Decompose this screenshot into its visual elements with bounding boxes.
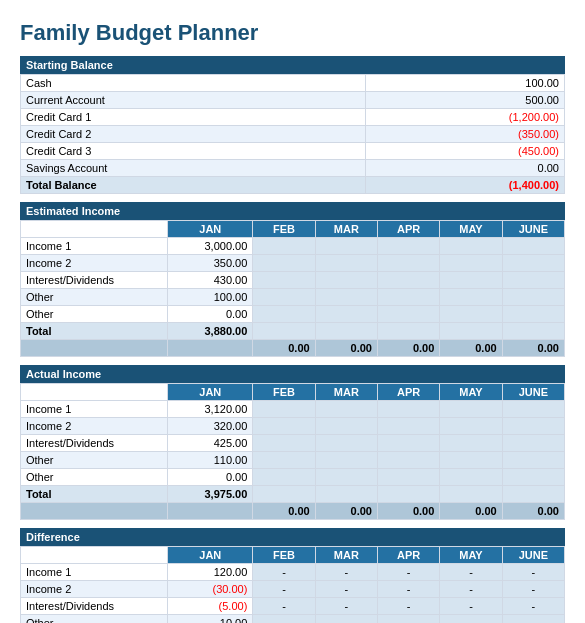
month-cell: [253, 238, 315, 255]
month-header: MAR: [315, 547, 377, 564]
month-cell: [253, 272, 315, 289]
month-cell: [502, 238, 564, 255]
actual-income-header: Actual Income: [20, 365, 565, 383]
total-month-cell: [502, 486, 564, 503]
row-jan: 110.00: [168, 452, 253, 469]
estimated-income-table: JANFEBMARAPRMAYJUNE Income 1 3,000.00Inc…: [20, 220, 565, 357]
month-header: MAR: [315, 384, 377, 401]
table-row: Current Account 500.00: [21, 92, 565, 109]
total-jan: 3,880.00: [168, 323, 253, 340]
month-cell: [502, 289, 564, 306]
table-row: Interest/Dividends (5.00)-----: [21, 598, 565, 615]
total-month-cell: [502, 323, 564, 340]
row-label: Other: [21, 469, 168, 486]
page-title: Family Budget Planner: [20, 20, 565, 46]
table-row: Credit Card 2 (350.00): [21, 126, 565, 143]
month-cell: [502, 452, 564, 469]
month-cell: -: [502, 564, 564, 581]
month-cell: [502, 306, 564, 323]
row-jan: 3,000.00: [168, 238, 253, 255]
month-cell: [502, 435, 564, 452]
row-jan: 0.00: [168, 469, 253, 486]
month-cell: -: [440, 598, 502, 615]
row-jan: 0.00: [168, 306, 253, 323]
month-cell: [315, 272, 377, 289]
month-cell: [315, 306, 377, 323]
month-header: APR: [377, 221, 439, 238]
row-label: Current Account: [21, 92, 366, 109]
month-header: MAY: [440, 221, 502, 238]
month-header: APR: [377, 384, 439, 401]
row-label: Income 1: [21, 564, 168, 581]
month-cell: [377, 401, 439, 418]
table-row: Interest/Dividends 425.00: [21, 435, 565, 452]
row-jan: (30.00): [168, 581, 253, 598]
month-header: MAY: [440, 547, 502, 564]
total-label: Total: [21, 486, 168, 503]
month-cell: [315, 238, 377, 255]
month-cell: -: [253, 598, 315, 615]
row-label: Interest/Dividends: [21, 598, 168, 615]
actual-income-section: Actual Income JANFEBMARAPRMAYJUNE Income…: [20, 365, 565, 520]
table-row: Income 1 120.00-----: [21, 564, 565, 581]
sum-cell: 0.00: [440, 503, 502, 520]
month-cell: -: [502, 598, 564, 615]
row-label: Interest/Dividends: [21, 435, 168, 452]
table-row: Cash 100.00: [21, 75, 565, 92]
month-cell: [440, 418, 502, 435]
month-cell: [377, 435, 439, 452]
month-cell: -: [377, 581, 439, 598]
column-header-row: JANFEBMARAPRMAYJUNE: [21, 384, 565, 401]
table-row: Income 1 3,000.00: [21, 238, 565, 255]
month-cell: [315, 469, 377, 486]
month-cell: [253, 306, 315, 323]
month-cell: -: [377, 564, 439, 581]
sum-cell: 0.00: [377, 340, 439, 357]
month-cell: [315, 401, 377, 418]
month-header: JUNE: [502, 384, 564, 401]
jan-header: JAN: [168, 547, 253, 564]
row-value: (350.00): [365, 126, 564, 143]
table-row: Other 0.00: [21, 469, 565, 486]
month-header: JUNE: [502, 221, 564, 238]
month-cell: -: [253, 564, 315, 581]
row-label: Income 2: [21, 255, 168, 272]
month-header: MAY: [440, 384, 502, 401]
table-row: Savings Account 0.00: [21, 160, 565, 177]
row-value: (1,200.00): [365, 109, 564, 126]
total-month-cell: [253, 486, 315, 503]
total-month-cell: [440, 323, 502, 340]
jan-header: JAN: [168, 221, 253, 238]
month-cell: -: [377, 615, 439, 624]
row-jan: 430.00: [168, 272, 253, 289]
month-cell: [253, 401, 315, 418]
total-value: (1,400.00): [365, 177, 564, 194]
month-cell: [315, 289, 377, 306]
table-row: Interest/Dividends 430.00: [21, 272, 565, 289]
total-month-cell: [315, 486, 377, 503]
jan-header: JAN: [168, 384, 253, 401]
row-label: Other: [21, 615, 168, 624]
row-jan: 350.00: [168, 255, 253, 272]
month-cell: [315, 255, 377, 272]
estimated-income-header: Estimated Income: [20, 202, 565, 220]
row-label: Other: [21, 452, 168, 469]
row-label: Other: [21, 289, 168, 306]
actual-income-table: JANFEBMARAPRMAYJUNE Income 1 3,120.00Inc…: [20, 383, 565, 520]
total-row: Total 3,975.00: [21, 486, 565, 503]
row-jan: 100.00: [168, 289, 253, 306]
row-label: Income 1: [21, 238, 168, 255]
table-row: Income 2 350.00: [21, 255, 565, 272]
month-cell: [440, 452, 502, 469]
row-jan: (5.00): [168, 598, 253, 615]
month-cell: [440, 469, 502, 486]
month-cell: -: [315, 615, 377, 624]
row-jan: 3,120.00: [168, 401, 253, 418]
sum-cell: 0.00: [253, 340, 315, 357]
month-cell: -: [315, 581, 377, 598]
month-cell: [253, 289, 315, 306]
month-cell: [377, 238, 439, 255]
month-cell: [253, 435, 315, 452]
table-row: Credit Card 1 (1,200.00): [21, 109, 565, 126]
row-label: Credit Card 2: [21, 126, 366, 143]
